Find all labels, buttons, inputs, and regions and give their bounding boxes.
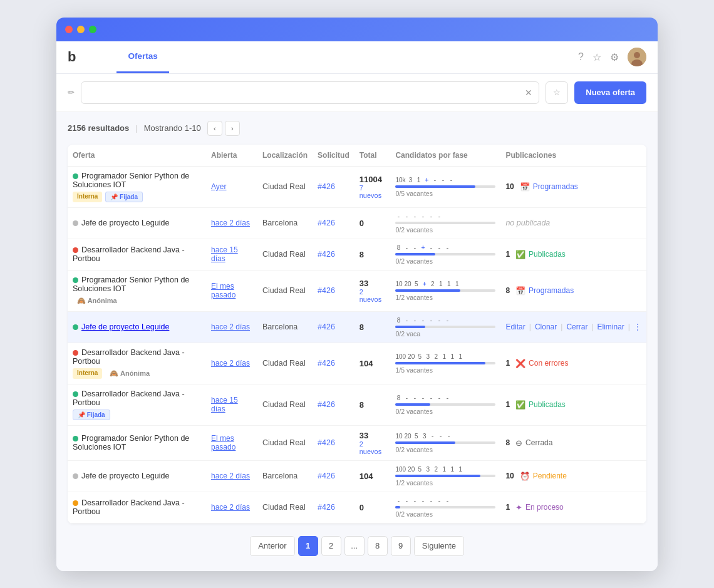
- cell-publications: 1 ❌ Con errores: [500, 343, 646, 384]
- new-offer-button[interactable]: Nueva oferta: [574, 81, 646, 104]
- solicitud-link[interactable]: #426: [318, 503, 335, 512]
- close-action[interactable]: Cerrar: [566, 322, 587, 331]
- clone-action[interactable]: Clonar: [535, 322, 557, 331]
- page-1[interactable]: 1: [298, 536, 318, 556]
- prev-button[interactable]: Anterior: [250, 536, 295, 556]
- solicitud-link[interactable]: #426: [318, 359, 335, 368]
- cell-publications: 1 ✅ Publicadas: [500, 239, 646, 270]
- status-dot: [73, 473, 78, 479]
- cell-oferta: Jefe de proyecto Leguide: [68, 311, 206, 343]
- date-opened[interactable]: hace 2 días: [211, 472, 250, 480]
- solicitud-link[interactable]: #426: [318, 286, 335, 295]
- toolbar: ✏ ✕ ☆ Nueva oferta: [56, 74, 658, 112]
- cell-solicitud: #426: [313, 492, 354, 523]
- solicitud-link[interactable]: #426: [318, 250, 335, 259]
- solicitud-link[interactable]: #426: [318, 322, 335, 331]
- page-8[interactable]: 8: [368, 536, 388, 556]
- total-num: 33: [360, 279, 368, 288]
- phase-fill: [395, 326, 425, 328]
- pub-label: Con errores: [529, 359, 568, 368]
- phase-track: [395, 475, 495, 477]
- tab-3[interactable]: [169, 41, 192, 73]
- dot-yellow[interactable]: [77, 26, 85, 33]
- phase-num: -: [436, 213, 442, 220]
- solicitud-link[interactable]: #426: [318, 400, 335, 409]
- vacancies: 1/5 vacantes: [395, 366, 495, 374]
- cell-location: Ciudad Real: [257, 270, 313, 311]
- total-num: 8: [360, 250, 364, 259]
- date-opened[interactable]: El mes pasado: [211, 434, 235, 451]
- dot-red[interactable]: [65, 26, 73, 33]
- table-row: Desarrollador Backend Java - Portbou hac…: [68, 239, 646, 270]
- next-page-arrow[interactable]: ›: [225, 121, 240, 136]
- cell-abierta: hace 2 días: [206, 460, 257, 492]
- pub-status: 1 ❌ Con errores: [505, 359, 641, 368]
- offer-link[interactable]: Jefe de proyecto Leguide: [81, 322, 169, 331]
- solicitud-link[interactable]: #426: [318, 472, 335, 480]
- status-dot: [73, 350, 78, 356]
- date-opened[interactable]: hace 2 días: [211, 503, 250, 512]
- next-button[interactable]: Siguiente: [414, 536, 464, 556]
- tag-fijada: 📌 Fijada: [73, 410, 110, 420]
- phase-bar: 8--+--- 0/2 vacantes: [395, 244, 495, 265]
- solicitud-link[interactable]: #426: [318, 219, 335, 227]
- tag-anon: 🙈 Anónima: [105, 368, 154, 379]
- pub-label: En proceso: [525, 503, 564, 512]
- cell-candidates: ------- 0/2 vacantes: [390, 492, 500, 523]
- phase-num: 2: [433, 353, 439, 360]
- content: 2156 resultados | Mostrando 1-10 ‹ › Ofe…: [56, 112, 658, 571]
- help-icon[interactable]: ?: [578, 51, 584, 63]
- phase-num: 3: [408, 177, 414, 183]
- avatar[interactable]: [628, 48, 646, 66]
- date-opened[interactable]: hace 2 días: [211, 359, 250, 368]
- cell-publications: 1 ✦ En proceso: [500, 492, 646, 523]
- clear-search-icon[interactable]: ✕: [525, 88, 532, 98]
- date-opened[interactable]: Ayer: [211, 182, 226, 191]
- page-2[interactable]: 2: [321, 536, 341, 556]
- cell-solicitud: #426: [313, 425, 354, 460]
- pub-count: 8: [505, 286, 510, 295]
- cell-location: Ciudad Real: [257, 384, 313, 425]
- date-opened[interactable]: hace 2 días: [211, 322, 250, 331]
- phase-num: 3: [425, 353, 431, 360]
- offer-name: Jefe de proyecto Leguide: [81, 472, 169, 480]
- phase-track: [395, 506, 495, 508]
- svg-point-1: [634, 52, 640, 58]
- search-input[interactable]: [88, 88, 525, 97]
- date-opened[interactable]: hace 15 días: [211, 245, 238, 263]
- tab-4[interactable]: [192, 41, 214, 73]
- search-bar[interactable]: ✕: [81, 81, 539, 104]
- col-abierta: Abierta: [206, 145, 257, 167]
- phase-bar: ------ 0/2 vacantes: [395, 213, 495, 234]
- phase-num: -: [444, 395, 450, 401]
- tab-1[interactable]: [94, 41, 116, 73]
- phase-num: -: [448, 177, 455, 183]
- phase-bar: 8------ 0/2 vacantes: [395, 395, 495, 415]
- phase-num: -: [430, 433, 436, 440]
- star-icon[interactable]: ☆: [592, 51, 601, 63]
- tab-5[interactable]: [214, 41, 237, 73]
- settings-icon[interactable]: ⚙: [610, 51, 619, 63]
- cell-abierta: hace 15 días: [206, 384, 257, 425]
- pub-label: Programadas: [529, 286, 574, 295]
- vacancies: 0/5 vacantes: [395, 190, 495, 197]
- solicitud-link[interactable]: #426: [318, 438, 335, 447]
- edit-action[interactable]: Editar: [505, 322, 525, 331]
- delete-action[interactable]: Eliminar: [598, 322, 624, 331]
- dot-green-btn[interactable]: [89, 26, 96, 33]
- table-row: Desarrollador Backend Java - Portbou Int…: [68, 343, 646, 384]
- phase-num: 1: [438, 281, 444, 287]
- solicitud-link[interactable]: #426: [318, 182, 335, 191]
- date-opened[interactable]: hace 2 días: [211, 219, 250, 227]
- page-9[interactable]: 9: [391, 536, 411, 556]
- date-opened[interactable]: hace 15 días: [211, 396, 238, 413]
- results-separator: |: [135, 123, 137, 133]
- cell-oferta: Programador Senior Python de Soluciones …: [68, 425, 206, 460]
- prev-page-arrow[interactable]: ‹: [207, 121, 222, 136]
- date-opened[interactable]: El mes pasado: [211, 282, 235, 299]
- more-action[interactable]: ⋮: [634, 322, 641, 331]
- tab-ofertas[interactable]: Ofertas: [116, 41, 168, 73]
- favorite-button[interactable]: ☆: [546, 81, 568, 104]
- phase-num: -: [432, 177, 438, 183]
- offer-name: Desarrollador Backend Java - Portbou: [73, 498, 185, 516]
